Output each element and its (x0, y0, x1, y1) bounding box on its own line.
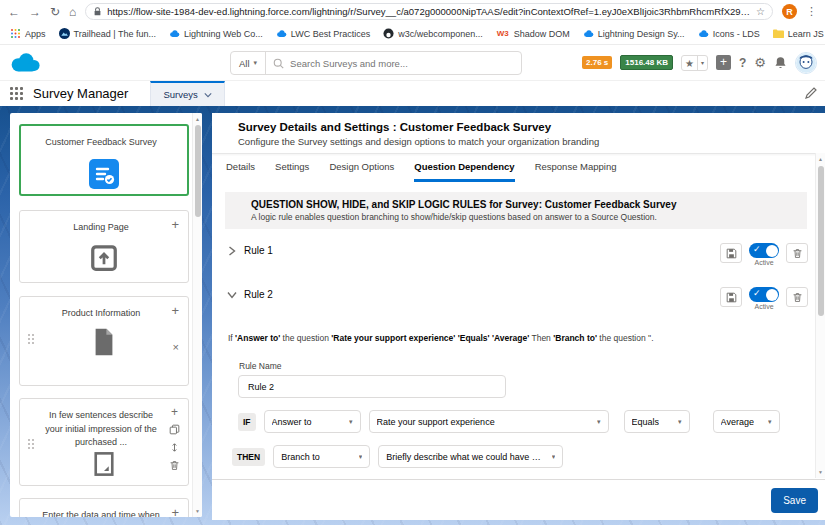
user-avatar[interactable] (795, 52, 817, 74)
bookmark-lwc[interactable]: Lightning Web Co... (169, 28, 263, 39)
bookmark-trailhead[interactable]: Trailhead | The fun... (59, 28, 156, 39)
tab-details[interactable]: Details (226, 154, 255, 182)
card-product-information[interactable]: Product Information + × (19, 296, 189, 386)
add-icon[interactable]: + (171, 306, 179, 316)
card-title: Landing Page (20, 211, 188, 235)
then-target-question-dropdown[interactable]: Briefly describe what we could have done… (378, 445, 563, 468)
scroll-up-icon[interactable]: ▲ (816, 156, 825, 162)
copy-icon[interactable] (169, 424, 180, 435)
drag-handle-icon[interactable] (28, 334, 34, 346)
bookmark-star-icon[interactable]: ☆ (756, 6, 765, 17)
perf-size-badge: 1516.48 KB (620, 55, 673, 70)
notifications-bell-icon[interactable] (774, 56, 787, 70)
cloud-icon (698, 28, 709, 39)
delete-icon[interactable] (169, 460, 180, 471)
save-rule-icon[interactable] (720, 287, 742, 307)
bookmark-github[interactable]: w3c/webcomponen... (383, 28, 483, 39)
page-title: Survey Details and Settings : Customer F… (238, 121, 815, 133)
rules-banner-subtitle: A logic rule enables question branching … (251, 212, 797, 222)
back-icon[interactable]: ← (8, 6, 20, 18)
cloud-icon (276, 28, 287, 39)
delete-rule-icon[interactable] (786, 243, 808, 263)
scroll-down-icon[interactable]: ▼ (193, 508, 202, 514)
delete-rule-icon[interactable] (786, 287, 808, 307)
url-text: https://flow-site-1984-dev-ed.lightning.… (107, 6, 751, 17)
save-button[interactable]: Save (771, 488, 818, 513)
bookmark-learn-js[interactable]: Learn JS (773, 28, 824, 39)
bookmark-icons-lds[interactable]: Icons - LDS (698, 28, 760, 39)
branch-icon[interactable] (169, 442, 180, 453)
if-source-question-dropdown[interactable]: Rate your support experience▾ (369, 410, 609, 433)
if-answer-to-dropdown[interactable]: Answer to▾ (264, 410, 361, 433)
chevron-right-icon[interactable] (227, 246, 237, 256)
chevron-down-icon[interactable] (227, 290, 237, 300)
bookmark-lds[interactable]: Lightning Design Sy... (583, 28, 685, 39)
edit-page-pencil-icon[interactable] (805, 87, 817, 99)
rule-name-input[interactable] (238, 375, 506, 398)
rule-logic-sentence: If 'Answer to' the question 'Rate your s… (212, 333, 825, 343)
chevron-down-icon (204, 91, 212, 99)
scrollbar-thumb[interactable] (195, 125, 201, 217)
landing-page-icon (89, 243, 119, 277)
tab-settings[interactable]: Settings (275, 154, 309, 182)
card-customer-feedback-survey[interactable]: Customer Feedback Survey (19, 124, 189, 196)
rule-1-active-toggle: ✓ Active (748, 243, 780, 266)
bookmark-lwc-best[interactable]: LWC Best Practices (276, 28, 370, 39)
perf-time-badge: 2.76 s (582, 56, 612, 69)
url-bar[interactable]: https://flow-site-1984-dev-ed.lightning.… (85, 3, 773, 20)
then-branch-to-dropdown[interactable]: Branch to▾ (273, 445, 370, 468)
rule-2-controls: ✓ Active (720, 287, 808, 310)
w3-red-icon: W3 (496, 28, 510, 39)
favorite-star-icon[interactable]: ★ (682, 56, 697, 70)
add-icon[interactable]: + (171, 220, 179, 230)
bookmark-apps[interactable]: Apps (10, 28, 46, 39)
survey-cards-list: Customer Feedback Survey Landing Page + … (16, 113, 192, 517)
sidebar-scrollbar[interactable]: ▲ ▼ (192, 113, 202, 517)
main-scrollbar[interactable]: ▲ ▼ (815, 153, 825, 478)
salesforce-logo (8, 51, 42, 75)
if-value-dropdown[interactable]: Average▾ (713, 410, 780, 433)
rules-banner: QUESTION SHOW, HIDE, and SKIP LOGIC RULE… (225, 192, 807, 229)
toggle-on[interactable]: ✓ (749, 287, 779, 302)
add-icon[interactable]: + (171, 408, 178, 417)
rule-1-controls: ✓ Active (720, 243, 808, 266)
card-title: Customer Feedback Survey (21, 126, 187, 150)
app-launcher-waffle-icon[interactable] (10, 87, 23, 100)
search-scope-selector[interactable]: All▾ (231, 52, 266, 74)
card-date-time-question[interactable]: Enter the data and time when you + (19, 498, 189, 517)
if-operator-dropdown[interactable]: Equals▾ (624, 410, 690, 433)
reload-icon[interactable]: ↻ (50, 6, 60, 18)
search-input[interactable] (284, 58, 521, 69)
drag-handle-icon[interactable] (28, 439, 34, 451)
nav-tab-surveys[interactable]: Surveys (150, 81, 224, 106)
toggle-label: Active (754, 259, 773, 266)
textarea-icon (92, 451, 116, 481)
tab-response-mapping[interactable]: Response Mapping (535, 154, 617, 182)
padlock-icon (93, 6, 102, 17)
scrollbar-thumb[interactable] (818, 166, 824, 316)
question-actions: + (169, 408, 180, 471)
browser-menu-icon[interactable]: ⋮ (806, 5, 817, 18)
save-rule-icon[interactable] (720, 243, 742, 263)
card-initial-impression-question[interactable]: In few sentences describe your initial i… (19, 398, 189, 486)
browser-address-bar: ← → ↻ ⌂ https://flow-site-1984-dev-ed.li… (0, 0, 825, 23)
close-icon[interactable]: × (173, 341, 179, 353)
tab-design-options[interactable]: Design Options (329, 154, 394, 182)
tab-question-dependency[interactable]: Question Dependency (414, 154, 514, 182)
browser-profile-avatar[interactable]: R (782, 4, 797, 19)
survey-icon (89, 159, 119, 189)
salesforce-header: All▾ 2.76 s 1516.48 KB ★ ▾ + ? ⚙ (0, 45, 825, 81)
if-condition-row: IF Answer to▾ Rate your support experien… (238, 410, 825, 433)
add-icon[interactable]: + (171, 508, 179, 517)
bookmark-shadow-dom[interactable]: W3Shadow DOM (496, 28, 570, 39)
scroll-up-icon[interactable]: ▲ (193, 116, 202, 122)
setup-gear-icon[interactable]: ⚙ (754, 56, 766, 69)
favorites-dropdown-icon[interactable]: ▾ (697, 56, 707, 70)
home-icon[interactable]: ⌂ (69, 6, 76, 18)
global-actions-icon[interactable]: + (716, 55, 731, 70)
scroll-down-icon[interactable]: ▼ (816, 469, 825, 475)
help-icon[interactable]: ? (739, 57, 746, 69)
card-landing-page[interactable]: Landing Page + (19, 210, 189, 283)
toggle-on[interactable]: ✓ (749, 243, 779, 258)
forward-icon[interactable]: → (29, 6, 41, 18)
